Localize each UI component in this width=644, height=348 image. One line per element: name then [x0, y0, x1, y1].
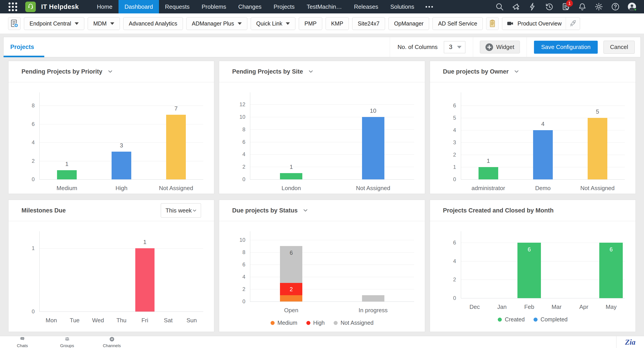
y-tick-label: 2: [438, 276, 456, 283]
nav-solutions[interactable]: Solutions: [384, 0, 420, 14]
product-overview-button[interactable]: Product Overview: [502, 17, 580, 30]
chevron-down-icon[interactable]: [308, 69, 314, 74]
footer-groups[interactable]: Groups: [45, 336, 90, 348]
channels-hash-icon: [109, 336, 115, 343]
chart-legend: MediumHighNot Assigned: [219, 320, 425, 326]
y-tick-label: 1: [17, 245, 35, 252]
add-dashboard-icon[interactable]: [8, 17, 20, 30]
nav-more-icon[interactable]: [420, 0, 438, 14]
bar-value-label: 3: [94, 142, 149, 149]
mdm-button[interactable]: MDM: [88, 17, 120, 30]
milestones-period-select[interactable]: This week: [161, 203, 201, 218]
legend-dot: [334, 321, 338, 325]
clipboard-icon[interactable]: [486, 17, 499, 30]
grid-line: [250, 264, 414, 265]
y-tick-label: 5: [438, 114, 456, 121]
presence-dot: [634, 8, 637, 11]
bar[interactable]: [280, 173, 302, 179]
x-category-label: May: [598, 304, 625, 310]
bar[interactable]: [588, 118, 607, 179]
search-icon[interactable]: [495, 2, 504, 11]
footer-chats[interactable]: Chats: [0, 336, 45, 348]
history-icon[interactable]: [545, 2, 554, 11]
kmp-button[interactable]: KMP: [326, 17, 349, 30]
page: IT Helpdesk Home Dashboard Requests Prob…: [0, 0, 644, 348]
bar[interactable]: [362, 295, 384, 302]
nav-dashboard[interactable]: Dashboard: [118, 0, 159, 14]
plus-circle-icon: [486, 44, 493, 51]
admanager-plus-button[interactable]: ADManager Plus: [186, 17, 247, 30]
ad-self-service-button[interactable]: AD Self Service: [432, 17, 483, 30]
y-tick-label: 6: [228, 139, 245, 145]
help-icon[interactable]: [611, 2, 620, 11]
nav-projects[interactable]: Projects: [268, 0, 301, 14]
x-category-label: Mar: [543, 304, 570, 310]
bar[interactable]: [135, 248, 154, 312]
approvals-icon[interactable]: 1: [561, 2, 570, 11]
site24x7-button[interactable]: Site24x7: [352, 17, 385, 30]
gear-icon[interactable]: [594, 2, 603, 11]
chat-footer: Chats Groups Channels Zia: [0, 336, 644, 348]
bar[interactable]: [280, 295, 302, 302]
save-configuration-button[interactable]: Save Configuration: [534, 41, 598, 54]
legend-label: High: [313, 320, 325, 326]
nav-problems[interactable]: Problems: [196, 0, 232, 14]
x-category-label: administrator: [461, 185, 516, 192]
bar[interactable]: [478, 167, 498, 179]
tab-projects[interactable]: Projects: [4, 37, 44, 57]
stacked-bar-chart: 0246810Open26In progress: [250, 231, 414, 302]
legend-dot: [498, 318, 502, 322]
nav-changes[interactable]: Changes: [232, 0, 268, 14]
bar[interactable]: [362, 117, 384, 179]
x-category-label: London: [250, 185, 332, 192]
bell-icon[interactable]: [578, 2, 587, 11]
cancel-button[interactable]: Cancel: [604, 41, 634, 54]
zia-logo: Zia: [625, 338, 636, 346]
caret-down-icon: [110, 22, 114, 25]
x-category-label: Tue: [63, 317, 86, 324]
caret-down-icon: [286, 22, 290, 25]
advanced-analytics-button[interactable]: Advanced Analytics: [123, 17, 183, 30]
widget-title: Pending Projects by Priority: [22, 68, 102, 75]
nav-releases[interactable]: Releases: [348, 0, 384, 14]
legend-label: Not Assigned: [340, 320, 374, 326]
nav-testmachine[interactable]: TestMachin…: [301, 0, 348, 14]
apps-grid-icon[interactable]: [8, 2, 17, 11]
y-tick-label: 2: [228, 164, 245, 170]
bar[interactable]: [533, 130, 553, 179]
quick-actions-icon[interactable]: [528, 2, 537, 11]
rocket-icon[interactable]: [566, 18, 580, 30]
opmanager-button[interactable]: OpManager: [388, 17, 429, 30]
add-ticket-icon[interactable]: [512, 2, 520, 11]
pmp-button[interactable]: PMP: [299, 17, 322, 30]
y-tick-label: 10: [228, 236, 245, 243]
widget-title: Pending Projects by Site: [232, 68, 303, 75]
chevron-down-icon[interactable]: [302, 208, 308, 213]
dashboard-tab-bar: Projects No. of Columns 3 Widget Save Co…: [3, 37, 641, 57]
y-tick-label: 1: [438, 164, 456, 170]
y-tick-label: 6: [17, 121, 35, 128]
legend-label: Completed: [540, 316, 568, 323]
zia-assistant[interactable]: Zia: [616, 336, 644, 348]
add-widget-button[interactable]: Widget: [480, 41, 520, 54]
bar[interactable]: [112, 152, 131, 179]
y-tick-label: 0: [17, 176, 35, 183]
bar[interactable]: [166, 115, 186, 179]
x-category-label: Jan: [488, 304, 516, 310]
quick-link-button[interactable]: Quick Link: [251, 17, 296, 30]
nav-home[interactable]: Home: [91, 0, 118, 14]
bar[interactable]: [57, 170, 77, 179]
avatar[interactable]: [628, 2, 636, 11]
legend-dot: [534, 318, 538, 322]
endpoint-central-button[interactable]: Endpoint Central: [24, 17, 84, 30]
nav-requests[interactable]: Requests: [159, 0, 196, 14]
columns-select[interactable]: 3: [444, 41, 465, 53]
y-tick-label: 6: [438, 239, 456, 246]
chevron-down-icon[interactable]: [107, 69, 113, 74]
footer-channels[interactable]: Channels: [90, 336, 134, 348]
grid-line: [250, 289, 414, 290]
dashboard-controls: No. of Columns 3 Widget Save Configurati…: [390, 37, 640, 57]
main-nav: Home Dashboard Requests Problems Changes…: [91, 0, 438, 14]
chevron-down-icon[interactable]: [514, 69, 520, 74]
widget-grid: Pending Projects by Priority 02468Medium…: [0, 57, 644, 332]
